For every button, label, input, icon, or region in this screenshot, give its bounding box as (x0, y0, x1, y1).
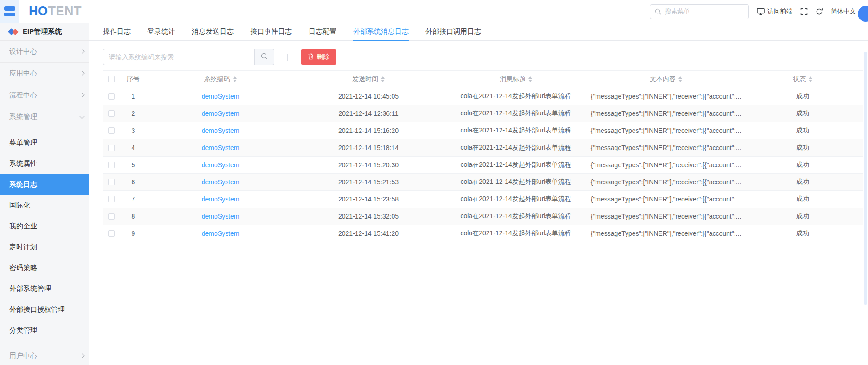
sidebar-item[interactable]: 定时计划 (0, 237, 89, 258)
sidebar-section-item[interactable]: 应用中心 (0, 63, 89, 84)
cell-text: {"messageTypes":["INNER"],"receiver":[{"… (591, 127, 741, 134)
row-checkbox[interactable] (108, 145, 115, 151)
tab[interactable]: 登录统计 (147, 23, 175, 40)
delete-button[interactable]: 删除 (301, 49, 336, 65)
cell-content: {"messageTypes":["INNER"],"receiver":[{"… (589, 174, 742, 190)
sidebar-item[interactable]: 外部系统管理 (0, 278, 89, 299)
main-content: 操作日志登录统计消息发送日志接口事件日志日志配置外部系统消息日志外部接口调用日志 (89, 23, 868, 365)
sidebar-section-item[interactable]: 用户中心 (0, 345, 89, 365)
sidebar-section-item[interactable]: 设计中心 (0, 41, 89, 63)
cell-send_time: 2021-12-14 10:45:05 (295, 88, 442, 105)
sidebar-item[interactable]: 我的企业 (0, 216, 89, 237)
tab[interactable]: 接口事件日志 (250, 23, 292, 40)
system-code-link[interactable]: demoSystem (202, 213, 240, 220)
cell-system_code: demoSystem (146, 225, 295, 242)
sidebar-section-item[interactable]: 系统管理 (0, 106, 89, 128)
sort-icon[interactable] (233, 76, 237, 82)
cell-text: 成功 (796, 229, 809, 238)
tab[interactable]: 消息发送日志 (192, 23, 234, 40)
sidebar-section-item[interactable]: 流程中心 (0, 84, 89, 106)
system-code-link[interactable]: demoSystem (202, 230, 240, 237)
cell-send_time: 2021-12-14 12:36:11 (295, 105, 442, 122)
column-header-send_time[interactable]: 发送时间 (295, 71, 442, 88)
cell-text: {"messageTypes":["INNER"],"receiver":[{"… (591, 195, 741, 203)
checkbox-cell (103, 88, 120, 105)
sort-icon[interactable] (809, 76, 812, 82)
cell-text: 2021-12-14 15:21:53 (338, 178, 399, 186)
column-header-label: 文本内容 (650, 75, 676, 83)
sort-icon[interactable] (528, 76, 532, 82)
sidebar-item[interactable]: 分类管理 (0, 320, 89, 341)
cell-no: 7 (120, 191, 146, 208)
system-code-link[interactable]: demoSystem (202, 127, 240, 134)
row-checkbox[interactable] (108, 196, 115, 202)
cell-send_time: 2021-12-14 15:16:20 (295, 122, 442, 139)
cell-no: 3 (120, 122, 146, 139)
vertical-scrollbar[interactable] (864, 52, 867, 305)
fullscreen-icon[interactable] (800, 8, 808, 15)
tab[interactable]: 操作日志 (103, 23, 131, 40)
sidebar-item[interactable]: 国际化 (0, 195, 89, 216)
sidebar-item-active[interactable]: 系统日志 (0, 174, 89, 195)
cell-text: 2021-12-14 15:20:30 (338, 161, 399, 169)
sidebar-item[interactable]: 外部接口授权管理 (0, 299, 89, 320)
system-code-link[interactable]: demoSystem (202, 178, 240, 186)
cell-send_time: 2021-12-14 15:32:05 (295, 208, 442, 225)
table-row: 1demoSystem2021-12-14 10:45:05cola在2021-… (103, 88, 863, 105)
sidebar-toggle-button[interactable] (0, 0, 19, 23)
tab-active[interactable]: 外部系统消息日志 (353, 23, 409, 40)
cell-text: {"messageTypes":["INNER"],"receiver":[{"… (591, 161, 741, 169)
chevron-right-icon (79, 49, 84, 54)
row-checkbox[interactable] (108, 179, 115, 185)
row-checkbox[interactable] (108, 93, 115, 100)
table-row: 3demoSystem2021-12-14 15:16:20cola在2021-… (103, 122, 863, 139)
row-checkbox[interactable] (108, 110, 115, 117)
sort-icon[interactable] (678, 76, 682, 82)
sort-icon[interactable] (381, 76, 385, 82)
system-code-link[interactable]: demoSystem (202, 144, 240, 151)
sort-desc-icon (528, 80, 532, 82)
sidebar-item[interactable]: 系统属性 (0, 153, 89, 174)
cell-content: {"messageTypes":["INNER"],"receiver":[{"… (589, 122, 742, 139)
menu-search-input[interactable] (665, 8, 744, 15)
sidebar-submenu: 菜单管理系统属性系统日志国际化我的企业定时计划密码策略外部系统管理外部接口授权管… (0, 128, 89, 341)
column-header-title[interactable]: 消息标题 (442, 71, 589, 88)
delete-button-label: 删除 (317, 53, 329, 61)
sidebar-section-label: 流程中心 (9, 91, 37, 100)
cell-system_code: demoSystem (146, 191, 295, 208)
tab[interactable]: 日志配置 (309, 23, 336, 40)
system-code-link[interactable]: demoSystem (202, 93, 240, 100)
table-row: 9demoSystem2021-12-14 15:41:20cola在2021-… (103, 225, 863, 242)
cell-send_time: 2021-12-14 15:21:53 (295, 174, 442, 190)
refresh-icon[interactable] (816, 8, 823, 15)
system-code-search-input[interactable] (103, 49, 255, 65)
row-checkbox[interactable] (108, 127, 115, 134)
column-header-status[interactable]: 状态 (742, 71, 863, 88)
tab[interactable]: 外部接口调用日志 (425, 23, 481, 40)
cell-text: cola在2021-12-14发起外部url表单流程 (461, 212, 571, 220)
cell-text: cola在2021-12-14发起外部url表单流程 (461, 126, 571, 135)
sidebar-item[interactable]: 菜单管理 (0, 132, 89, 153)
search-button[interactable] (255, 49, 274, 65)
tab-bar: 操作日志登录统计消息发送日志接口事件日志日志配置外部系统消息日志外部接口调用日志 (89, 23, 868, 41)
language-switcher[interactable]: 简体中文 (831, 7, 856, 16)
chevron-right-icon (79, 92, 84, 97)
sort-desc-icon (809, 80, 812, 82)
cell-content: {"messageTypes":["INNER"],"receiver":[{"… (589, 191, 742, 208)
visit-frontend-button[interactable]: 访问前端 (757, 7, 792, 16)
menu-search-box[interactable] (650, 4, 749, 19)
cell-status: 成功 (742, 191, 863, 208)
system-code-link[interactable]: demoSystem (202, 110, 240, 117)
cell-content: {"messageTypes":["INNER"],"receiver":[{"… (589, 139, 742, 156)
column-header-content[interactable]: 文本内容 (589, 71, 742, 88)
row-checkbox[interactable] (108, 162, 115, 168)
row-checkbox[interactable] (108, 213, 115, 220)
system-code-link[interactable]: demoSystem (202, 161, 240, 169)
cell-text: 2021-12-14 15:16:20 (338, 127, 399, 134)
user-avatar[interactable] (858, 6, 868, 22)
sidebar-item[interactable]: 密码策略 (0, 258, 89, 278)
select-all-checkbox[interactable] (108, 76, 115, 82)
row-checkbox[interactable] (108, 230, 115, 237)
system-code-link[interactable]: demoSystem (202, 195, 240, 203)
column-header-system_code[interactable]: 系统编码 (146, 71, 295, 88)
